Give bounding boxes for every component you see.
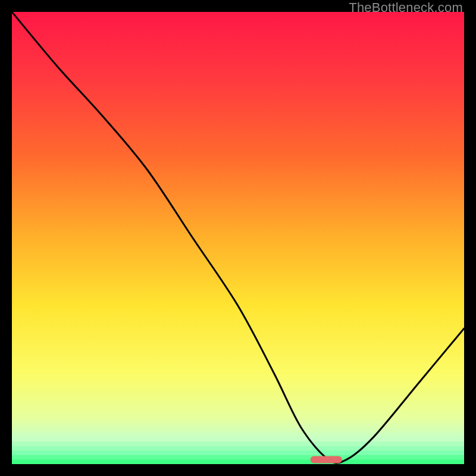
optimal-marker [311,456,342,463]
svg-rect-20 [12,455,464,460]
svg-rect-4 [12,383,464,387]
svg-rect-5 [12,387,464,392]
svg-rect-13 [12,424,464,428]
svg-rect-16 [12,437,464,441]
svg-rect-14 [12,428,464,433]
chart-frame [12,12,464,464]
svg-rect-11 [12,414,464,419]
svg-rect-6 [12,392,464,396]
svg-rect-1 [12,369,464,374]
svg-rect-19 [12,450,464,455]
color-banding [12,365,464,464]
chart-svg [12,12,464,464]
svg-rect-2 [12,374,464,378]
svg-rect-7 [12,396,464,401]
svg-rect-0 [12,365,464,369]
svg-rect-12 [12,419,464,424]
svg-rect-15 [12,433,464,437]
svg-rect-21 [12,459,464,464]
svg-rect-3 [12,378,464,383]
watermark-text: TheBottleneck.com [349,0,463,15]
svg-rect-8 [12,401,464,406]
svg-rect-17 [12,441,464,446]
svg-rect-18 [12,446,464,451]
